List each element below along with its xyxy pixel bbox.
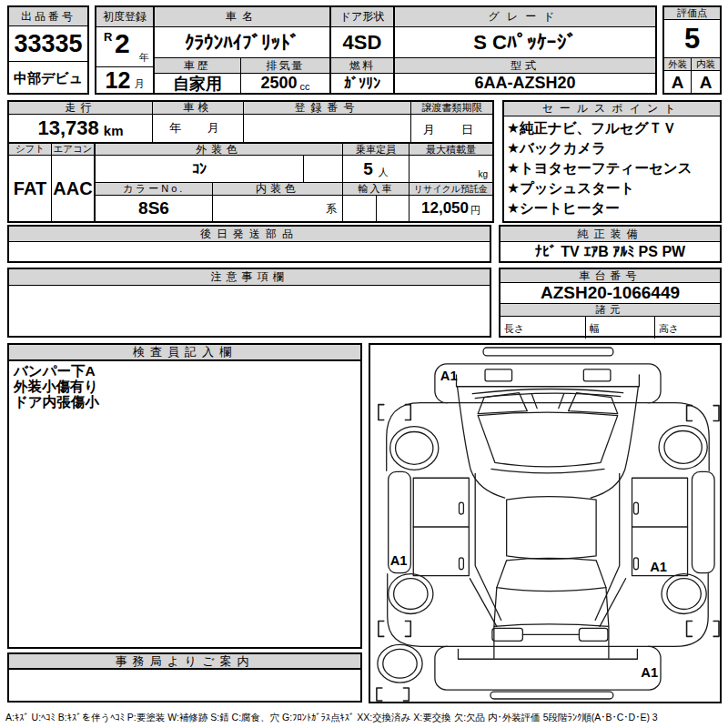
first-reg-month-cell: 12 月	[96, 67, 155, 93]
dims-label: 諸元	[500, 304, 720, 317]
car-name: ｸﾗｳﾝﾊｲﾌﾞﾘｯﾄﾞ	[155, 27, 331, 58]
notes-label: 注意事項欄	[9, 269, 490, 286]
wheel-rear-left-inner	[394, 579, 428, 610]
front-bumper-inner-line	[457, 375, 640, 387]
bracket-rear-right	[687, 621, 719, 636]
wheel-rear-left	[389, 574, 433, 614]
wiper-strip	[472, 389, 622, 398]
capacity-value: 5	[363, 159, 373, 179]
inspector-notes-body: バンパー下A 外装小傷有り ドア内張傷小	[7, 360, 362, 649]
recycle-fee: 12,050	[421, 199, 469, 217]
color-no-label: カラーNo.	[96, 183, 213, 196]
first-reg-year-unit: 年	[139, 51, 149, 65]
inspector-note-line: 外装小傷有り	[14, 379, 356, 394]
sales-point-item: ★バックカメラ	[507, 138, 717, 158]
exterior-grade: A	[664, 71, 692, 95]
import-label: 輸入車	[343, 183, 410, 196]
registration-no-cell	[244, 115, 411, 144]
capacity-unit: 人	[379, 166, 389, 179]
notes-value	[9, 286, 490, 337]
damage-mark-right: A1	[650, 560, 667, 574]
height-cell: 高さ	[655, 317, 720, 339]
vehicle-header-table: 初度登録 R 2 年 12 月 車名 ｸﾗｳﾝﾊｲﾌﾞﾘｯﾄﾞ 車歴 排気量 自…	[95, 5, 657, 95]
front-top-bar	[483, 348, 613, 356]
mileage-value: 13,738	[38, 116, 99, 140]
front-fender-left	[387, 403, 448, 471]
height-label: 高さ	[659, 322, 679, 336]
mileage-label: 走行	[9, 102, 153, 115]
mileage-cell: 13,738 km	[9, 115, 153, 144]
color-no-value: 8S6	[96, 196, 213, 221]
ext-int-grades: A A	[664, 71, 720, 95]
model-code: 6AA-AZSH20	[395, 74, 655, 93]
car-diagram-box: A1 A1 A1 A1	[369, 343, 722, 703]
spec-table: 走行 車検 登録番号 譲渡書類期限 13,738 km 年 月 月 日 シフト …	[7, 100, 494, 223]
bracket-rear-left	[379, 621, 410, 636]
first-reg-label: 初度登録	[96, 7, 155, 27]
ext-int-labels: 外装 内装	[664, 58, 720, 71]
history-label: 車歴	[155, 58, 241, 74]
shift-label: シフト	[9, 144, 52, 156]
capacity-label: 乗車定員	[343, 144, 410, 156]
interior-grade: A	[692, 71, 720, 95]
grade-label: グレード	[395, 7, 655, 27]
exterior-label: 外装	[664, 58, 692, 71]
import-cell-2	[377, 196, 410, 221]
inspection-label: 車検	[153, 102, 244, 115]
wheel-front-left-inner	[396, 432, 433, 465]
body-side-left	[470, 473, 500, 626]
spare-tire-inner	[383, 649, 417, 678]
inspector-notes-label: 検査員記入欄	[7, 343, 362, 361]
front-vent-right	[583, 369, 611, 381]
body-side-right	[595, 473, 625, 626]
lot-box: 出品番号 33335 中部デビュ	[7, 5, 89, 95]
tail-lamp-right	[579, 628, 608, 641]
sales-points-box: セールスポイント ★純正ナビ、フルセグＴＶ ★バックカメラ ★トヨタセーフティー…	[502, 100, 722, 223]
history: 自家用	[155, 74, 241, 93]
front-bumper	[435, 364, 661, 403]
import-cell-1	[343, 196, 377, 221]
rear-window	[497, 558, 606, 591]
car-name-label: 車名	[155, 7, 331, 27]
damage-mark-rear: A1	[641, 665, 658, 680]
chassis-box: 車台番号 AZSH20-1066449 諸元 長さ 幅 高さ	[499, 268, 722, 338]
displacement: 2500	[260, 74, 297, 93]
fuel-label: 燃料	[331, 58, 395, 74]
width-label: 幅	[590, 322, 600, 336]
car-diagram: A1 A1 A1 A1	[370, 345, 720, 702]
mileage-unit: km	[104, 123, 124, 138]
rear-bumper-inner-line	[458, 649, 637, 659]
recycle-cell: 12,050 円	[410, 196, 492, 221]
wheel-front-left	[390, 427, 439, 470]
office-info-label: 事務局よりご案内	[7, 652, 362, 670]
wheel-front-right	[659, 426, 707, 470]
inspection-cell: 年 月	[153, 115, 244, 144]
length-label: 長さ	[504, 322, 524, 336]
front-vent-left	[485, 369, 512, 381]
wheel-rear-right-inner	[667, 579, 701, 610]
exterior-color-extra-cell	[304, 156, 343, 183]
door-shape-label: ドア形状	[331, 7, 395, 27]
transfer-deadline-label: 譲渡書類期限	[411, 102, 492, 115]
tail-lamp-left	[492, 628, 522, 641]
rear-bumper	[435, 646, 661, 690]
later-parts-label: 後日発送部品	[9, 227, 490, 242]
roof-panel	[507, 497, 596, 560]
inspector-note-line: バンパー下A	[14, 363, 356, 379]
damage-mark-left: A1	[390, 553, 408, 568]
score-value: 5	[664, 20, 720, 58]
wheel-rear-right	[662, 574, 706, 614]
recycle-unit: 円	[470, 204, 480, 217]
sales-point-item: ★プッシュスタート	[507, 178, 717, 198]
dims-row: 長さ 幅 高さ	[500, 317, 720, 339]
exterior-color-value: ｺﾝ	[96, 156, 304, 183]
front-fender-right	[648, 403, 709, 471]
legend: A:ｷｽﾞ U:ﾍｺﾐ B:ｷｽﾞを伴うﾍｺﾐ P:要塗装 W:補修跡 S:錆 …	[5, 712, 726, 724]
door-handle-right-rear	[633, 558, 638, 570]
first-reg-month-unit: 月	[134, 77, 144, 91]
oem-equipment-box: 純正装備 ﾅﾋﾞ TV ｴｱB ｱﾙﾐ PS PW	[499, 225, 722, 263]
damage-mark-front: A1	[440, 369, 458, 383]
displacement-label: 排気量	[241, 58, 331, 74]
aircon-value: AAC	[52, 156, 96, 221]
office-info-body	[7, 669, 362, 703]
